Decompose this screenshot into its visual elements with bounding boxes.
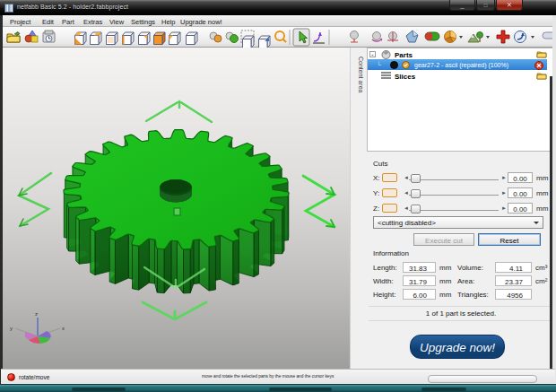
svg-text:y: y	[10, 326, 13, 331]
svg-text:z: z	[35, 311, 38, 317]
svg-text:x: x	[62, 326, 65, 331]
